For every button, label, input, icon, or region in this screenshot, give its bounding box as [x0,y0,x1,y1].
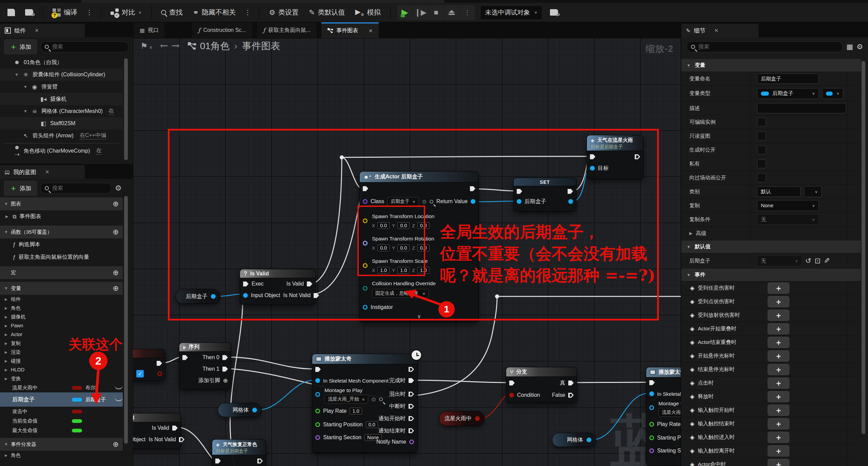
tab-get-vector-function[interactable]: ƒ获取主角面向鼠... [257,22,317,38]
component-tree-item[interactable]: ☻⇢角色移动 (CharMoveComp)在 [0,145,123,157]
getter-mesh[interactable]: 网格体 [218,403,262,417]
eye-closed-icon[interactable] [115,397,123,401]
diff-button[interactable]: ✓ 对比∨ [108,6,144,19]
inherited-suffix[interactable]: 在 [108,108,114,115]
component-tree-item[interactable]: ☻01角色（自我） [0,56,123,69]
play-button[interactable]: ▶ [397,5,413,20]
then1-pin[interactable] [222,367,228,372]
components-scrollbar[interactable] [124,58,128,160]
display-filter-icon[interactable]: ▦ [846,43,853,51]
bool-checkbox[interactable]: ✓ [136,370,144,377]
expander-icon[interactable]: ▼ [4,442,11,447]
expander-icon[interactable]: ▼ [4,286,11,291]
expander-icon[interactable]: ▶ [5,368,8,372]
class-defaults-button[interactable]: ✎类默认值 [306,6,348,19]
component-tree-item[interactable]: ▼✳胶囊体组件 (CollisionCylinder) [0,69,123,81]
blend-out-pin[interactable] [409,392,414,397]
montage-dropdown[interactable]: 流星火雨_开始∨ [324,395,368,404]
starting-position-pin[interactable] [315,422,320,427]
variable-category[interactable]: ▶Pawn [0,321,123,330]
blueprint-item[interactable]: ▶⧉事件图表 [0,210,123,223]
expander-icon[interactable]: ▼ [687,273,691,277]
montage-dropdown[interactable]: 流星火雨_开始∨ [658,408,681,417]
blueprint-section-宏[interactable]: 宏⊕ [0,266,123,279]
component-tree-item[interactable]: ▮◂摄像机 [0,93,123,105]
component-tree-item[interactable]: ◧Staff02SM [0,117,123,130]
blueprint-section-事件分发器[interactable]: ▼事件分发器⊕ [0,438,123,451]
expander-icon[interactable]: ▶ [5,315,8,319]
tab-viewport[interactable]: ▦视口 [134,22,165,38]
node-play-montage[interactable]: 播放蒙太奇 In Skeletal Mesh Component Montage… [312,354,418,453]
stop-button[interactable]: ■ [429,5,444,20]
variable-category[interactable]: ▶组件 [0,295,123,304]
variable-category[interactable]: ▶变换 [0,374,123,383]
category-dropdown-button[interactable]: ∨ [804,186,822,197]
expander-icon[interactable]: ▶ [5,359,8,363]
interrupted-pin[interactable] [409,404,414,409]
exec-in-pin[interactable] [509,381,515,386]
variable-category[interactable]: ▶角色 [0,451,123,460]
browse-icon[interactable] [379,397,383,401]
inherited-suffix[interactable]: 在 [96,147,102,155]
expander-icon[interactable]: ▶ [5,453,8,457]
add-section-item-icon[interactable]: ⊕ [113,284,119,292]
expander-icon[interactable]: ▶ [5,342,8,345]
blueprint-item[interactable]: ƒ构造脚本 [0,238,123,251]
save-button[interactable] [5,7,18,18]
expander-icon[interactable]: ▶ [5,324,8,328]
notify-begin-pin[interactable] [409,416,414,421]
property-checkbox[interactable] [757,118,766,127]
inherited-suffix[interactable]: 在C++中编 [80,132,106,139]
category-input[interactable]: 默认 [757,187,801,197]
add-pin-icon[interactable]: ⊕ [223,377,228,384]
add-event-button[interactable]: ＋ [768,337,789,348]
exec-out-pin[interactable] [409,367,414,372]
add-event-button[interactable]: ＋ [768,391,789,402]
add-pin-label[interactable]: 添加引脚 [198,377,220,384]
add-section-item-icon[interactable]: ⊕ [113,200,119,208]
montage-to-play-pin[interactable] [315,392,320,397]
is-valid-out-pin[interactable] [172,426,178,431]
find-button[interactable]: 查找 [158,6,185,19]
expander-icon[interactable]: ▶ [689,231,692,236]
true-pin[interactable] [568,381,574,386]
exec-in-pin[interactable] [215,459,221,464]
eye-closed-icon[interactable] [115,385,123,389]
details-search-input[interactable]: 搜索 [687,41,843,52]
expander-icon[interactable]: ▼ [687,63,691,68]
notify-end-pin[interactable] [409,428,414,433]
add-event-button[interactable]: ＋ [768,432,789,443]
play-rate-input[interactable]: 1.0 [350,408,362,414]
expander-icon[interactable]: ▶ [5,377,8,381]
details-section-变量[interactable]: ▼变量 [681,59,861,72]
add-event-button[interactable]: ＋ [768,296,789,307]
expander-icon[interactable]: ▼ [23,84,28,89]
play-rate-pin[interactable] [649,422,654,427]
expander-icon[interactable]: ▶ [5,297,8,301]
exec-in-pin[interactable] [649,380,655,385]
add-event-button[interactable]: ＋ [768,350,789,362]
expander-icon[interactable]: ▼ [4,230,11,234]
add-event-button[interactable]: ＋ [768,418,789,429]
starting-position-pin[interactable] [649,435,654,440]
eyedropper-icon[interactable]: ✎ [824,257,830,265]
component-tree-item[interactable]: ▼☠网格体 (CharacterMesh0)在 [0,105,123,117]
mesh-out-pin[interactable] [587,438,591,442]
expander-icon[interactable]: ▼ [23,109,28,114]
add-event-button[interactable]: ＋ [768,377,789,389]
node-weather-restore[interactable]: ◈天气恢复正常色 目标是后期盒子 [212,439,266,466]
close-icon[interactable]: ✕ [369,28,373,34]
exec-in-pin[interactable] [182,355,188,360]
variable-category[interactable]: ▶摄像机 [0,312,123,321]
node-is-valid-2[interactable]: ?Is Valid Exec Is Valid Input Object Is … [133,413,181,449]
tab-details[interactable]: ✎ 细节✕ [681,24,758,37]
property-input[interactable]: 后期盒子 [757,74,819,84]
bool-out-pin[interactable] [475,416,480,421]
bookmark-icon[interactable]: ⚑ ∨ [140,41,153,51]
node-sequence[interactable]: ⫦序列 Then 0 Then 1 添加引脚⊕ [179,343,231,389]
in-skeletal-mesh-pin[interactable] [649,391,654,396]
exec-out-pin[interactable] [257,459,263,464]
event-graph-canvas[interactable]: 蓝图 ⚑ ∨ 🠔 🠖 01角色 › 事件图表 缩放-2 [133,38,681,466]
use-selected-icon[interactable]: ⊙ [371,396,376,403]
forward-arrow-icon[interactable]: 🠖 [172,41,180,51]
